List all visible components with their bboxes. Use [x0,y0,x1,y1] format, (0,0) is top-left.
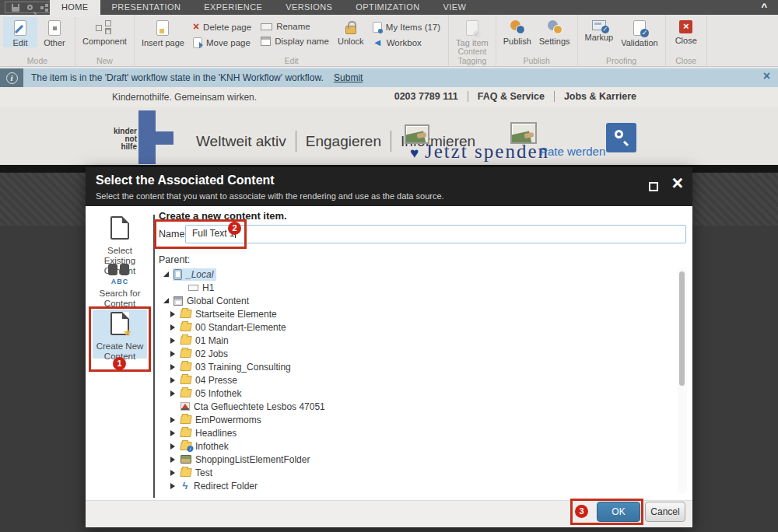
logo-cross-icon[interactable] [138,110,156,164]
tree-item-global-content[interactable]: Global Content [159,294,661,307]
chevron-collapsed-icon[interactable] [170,470,177,476]
nav-weltweit-aktiv[interactable]: Weltweit aktiv [196,133,286,150]
move-page-button[interactable]: Move page [193,37,251,48]
tree-item-redirect-folder[interactable]: Redirect Folder [159,479,661,492]
display-name-button[interactable]: Display name [261,37,329,46]
tab-optimization[interactable]: OPTIMIZATION [344,0,431,15]
tree-item-test[interactable]: Test [159,466,661,479]
delete-page-button[interactable]: ×Delete page [193,22,251,32]
tree-item-00-standart-elemente[interactable]: 00 Standart-Elemente [159,320,661,334]
tree-item-02-jobs[interactable]: 02 Jobs [159,347,661,360]
button-label: Component [82,37,127,46]
tree-item-01-main[interactable]: 01 Main [159,334,661,347]
button-stack: ×Delete pageMove page [188,17,256,48]
tree-item-cta-gefluechtete-lesbos-47051[interactable]: Cta Gefluechtete Lesbos 47051 [159,400,661,413]
cancel-button[interactable]: Cancel [645,502,685,522]
chevron-collapsed-icon[interactable] [170,457,177,463]
publish-button[interactable]: Publish [499,17,535,46]
other-button[interactable]: Other [37,17,72,47]
chevron-collapsed-icon[interactable] [170,417,177,423]
tree-item-empowermoms[interactable]: EmPowermoms [159,413,661,426]
tag-item-button[interactable]: Tag item [452,17,492,47]
global-content-icon [173,296,183,306]
site-search-button[interactable] [606,123,636,152]
tree-item-startseite-elemente[interactable]: Startseite Elemente [159,307,661,320]
tree-scrollbar[interactable] [678,268,687,494]
tree-item-body: Test [180,467,216,479]
sponsor-link[interactable]: Pate werden [540,145,605,158]
markup-button[interactable]: Markup [581,17,618,42]
close-icon[interactable]: × [671,172,683,194]
existing-content-icon [110,216,129,240]
submit-link[interactable]: Submit [334,72,363,83]
chevron-collapsed-icon[interactable] [170,364,177,370]
save-icon[interactable] [12,4,19,12]
my-items-17-button[interactable]: My Items (17) [373,22,440,33]
tree-item-05-infothek[interactable]: 05 Infothek [159,387,661,400]
chevron-collapsed-icon[interactable] [170,430,177,436]
button-label: Display name [275,37,329,46]
settings-button[interactable]: Settings [535,17,574,46]
tree-item-body: ShoppingListElementFolder [180,453,313,466]
chevron-up-icon[interactable]: ^ [761,1,767,12]
tab-view[interactable]: VIEW [432,0,478,15]
chevron-collapsed-icon[interactable] [170,311,177,317]
tree-item-label: Cta Gefluechtete Lesbos 47051 [194,401,325,412]
divider [468,91,468,102]
ribbon-group-label: Publish [496,56,577,65]
close-icon[interactable]: × [763,69,770,83]
rename-button[interactable]: Rename [261,22,329,31]
tree-item-headlines[interactable]: Headlines [159,426,661,439]
tree-item-h1[interactable]: H1 [159,281,661,294]
component-button[interactable]: Component [79,17,131,46]
search-icon[interactable] [27,5,33,10]
tab-home[interactable]: HOME [50,0,100,17]
h1-placeholder-icon [188,285,198,291]
donate-link[interactable]: Jetzt spenden [425,141,549,163]
chevron-collapsed-icon[interactable] [170,324,177,331]
tree-item-label: Redirect Folder [194,481,258,492]
ok-button[interactable]: OK [597,502,640,522]
sidebar-option-create-new-content[interactable]: Create New Content [86,312,154,362]
faq-service-link[interactable]: FAQ & Service [478,91,545,102]
jobs-karriere-link[interactable]: Jobs & Karriere [564,91,636,102]
tree-item-body: Global Content [173,295,252,307]
chevron-collapsed-icon[interactable] [170,443,177,450]
my-items-icon [373,22,382,33]
tree-item-04-presse[interactable]: 04 Presse [159,373,661,387]
chevron-collapsed-icon[interactable] [170,377,177,383]
scrollbar-thumb[interactable] [679,271,685,386]
button-label: Close [675,36,697,45]
unlock-button[interactable]: Unlock [334,17,368,46]
validation-button[interactable]: Validation [617,17,662,47]
chevron-collapsed-icon[interactable] [170,351,177,357]
maximize-icon[interactable] [649,182,658,191]
insert-page-button[interactable]: Insert page [138,17,188,47]
chevron-collapsed-icon[interactable] [170,338,177,344]
tab-versions[interactable]: VERSIONS [274,0,344,15]
site-header: kinder not hilfe Weltweit aktiv Engagier… [0,107,778,165]
tree-item-body: 02 Jobs [180,348,231,360]
nav-engagieren[interactable]: Engagieren [306,133,381,150]
chevron-collapsed-icon[interactable] [170,390,177,397]
workbox-button[interactable]: ◄Workbox [373,38,440,47]
share-icon[interactable] [40,4,48,12]
tree-item-local[interactable]: _Local [159,268,661,281]
chevron-collapsed-icon[interactable] [170,483,177,489]
component-icon [96,20,113,34]
tab-experience[interactable]: EXPERIENCE [192,0,274,15]
tree-item-infothek[interactable]: Infothek [159,439,661,453]
tree-item-03-training-consulting[interactable]: 03 Training_Consulting [159,360,661,373]
button-label: Validation [621,38,658,47]
edit-button[interactable]: Edit [3,17,37,47]
sidebar-option-search-for-content[interactable]: ABCSearch for Content [86,264,154,309]
tab-presentation[interactable]: PRESENTATION [100,0,193,15]
ribbon-group-items: ×Close [669,17,703,56]
chevron-expanded-icon[interactable] [163,298,170,303]
chevron-expanded-icon[interactable] [163,271,170,277]
name-input[interactable]: Full Text 1 [185,225,686,243]
tree-item-shoppinglistelementfolder[interactable]: ShoppingListElementFolder [159,453,661,466]
tree-item-body: Redirect Folder [180,480,261,492]
close-button[interactable]: ×Close [669,17,703,45]
divider [296,131,296,152]
